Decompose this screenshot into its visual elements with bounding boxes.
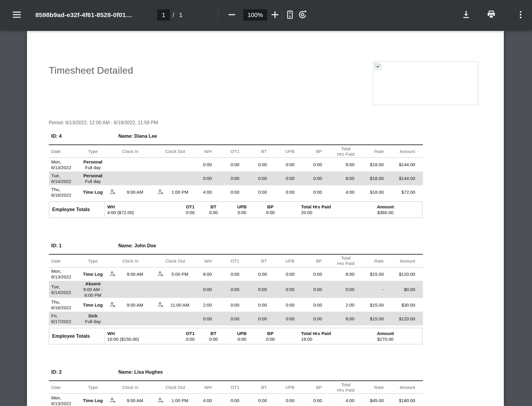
totals-amount-label: Amount — [359, 331, 411, 336]
column-header-label: Rate — [374, 258, 384, 263]
column-header-label: Type — [88, 258, 98, 263]
column-header-label: BP — [316, 258, 322, 263]
cell-clock-out — [154, 172, 196, 185]
zoom-level: 100% — [243, 9, 267, 21]
table-row: Thu, 6/16/2022Time Log9:00 AM1:00 PM4:00… — [49, 185, 423, 199]
cell-ot1: 0:00 — [224, 185, 251, 199]
cell-amount: $144.00 — [392, 172, 423, 185]
cell-bp: 0:00 — [306, 185, 334, 199]
table-row: Tue, 6/14/2022Absent9:00 AM - 6:00 PM0:0… — [49, 281, 423, 298]
cell-ot1: 0:00 — [224, 267, 251, 281]
clock-out-entry: 11:00 AM — [154, 302, 196, 308]
pdf-viewer: 8598b9ad-e32f-4f61-8528-0f01… / 1 100% — [0, 0, 532, 406]
column-header-label: Date — [51, 149, 61, 154]
page-number-input[interactable] — [157, 9, 170, 21]
totals-bp-value: 0:00 — [256, 210, 285, 215]
zoom-out-button[interactable] — [225, 8, 238, 22]
cell-ot1: 0:00 — [224, 158, 251, 172]
cell-thp: 4:00 — [334, 185, 363, 199]
cell-clock-in: 9:00 AM — [106, 298, 154, 312]
column-header-type: Type — [79, 254, 106, 267]
cell-rate: $15.00 — [363, 298, 392, 312]
cell-type: Time Log — [79, 267, 106, 281]
totals-label: Employee Totals — [49, 202, 105, 218]
totals-bt: BT0:00 — [199, 204, 228, 215]
more-options-button[interactable] — [514, 8, 527, 22]
column-header-label: BP — [316, 149, 322, 154]
totals-amount-value: $270.00 — [359, 336, 411, 342]
cell-rate: $18.00 — [363, 185, 392, 199]
header-row: DateTypeClock InClock OutWHOT1BTUPBBPTot… — [49, 381, 423, 394]
cell-bt: 0:00 — [251, 312, 279, 325]
column-header-label: OT1 — [231, 385, 239, 390]
menu-button[interactable] — [10, 8, 23, 22]
type-label: Personal — [79, 173, 106, 178]
cell-thp: 8:00 — [334, 312, 363, 325]
column-header-label: BT — [261, 385, 267, 390]
totals-label-text: Employee Totals — [52, 207, 90, 212]
cell-date: Thu, 6/16/2022 — [49, 298, 79, 312]
print-button[interactable] — [485, 8, 498, 22]
cell-upb: 0:00 — [279, 298, 306, 312]
table-row: Mon, 6/13/2022Time Log9:00 AM1:00 PM4:00… — [49, 394, 423, 406]
totals-bp-label: BP — [256, 331, 285, 336]
type-label: Time Log — [79, 398, 106, 403]
employee-name: Name: Lisa Hughes — [118, 369, 163, 375]
fit-page-button[interactable] — [283, 8, 297, 22]
cell-thp: 8:00 — [334, 267, 363, 281]
cell-date: Mon, 6/13/2022 — [49, 158, 79, 172]
totals-ot1: OT10:00 — [181, 331, 199, 342]
cell-amount: $180.00 — [392, 394, 423, 406]
cell-bt: 0:00 — [251, 298, 279, 312]
totals-wh-label: WH — [107, 331, 181, 336]
clock-in-entry: 9:00 AM — [106, 302, 154, 308]
column-header-bp: BP — [306, 145, 334, 158]
column-header-label: Date — [51, 385, 61, 390]
person-star-icon — [109, 189, 116, 195]
totals-upb-value: 0:00 — [228, 210, 256, 215]
cell-bt: 0:00 — [251, 281, 279, 298]
cell-amount: $0.00 — [392, 281, 423, 298]
page-separator: / — [173, 12, 174, 19]
cell-ot1: 0:00 — [224, 172, 251, 185]
rotate-button[interactable] — [296, 8, 309, 22]
cell-clock-in: 9:00 AM — [106, 267, 154, 281]
totals-label-text: Employee Totals — [52, 334, 90, 339]
type-label: Personal — [79, 159, 106, 165]
totals-wh: WH4:00 ($72.00) — [105, 204, 181, 215]
cell-type: Absent9:00 AM - 6:00 PM — [79, 281, 106, 298]
cell-amount: $30.00 — [392, 298, 423, 312]
timesheet-table: DateTypeClock InClock OutWHOT1BTUPBBPTot… — [49, 380, 423, 406]
cell-ot1: 0:00 — [224, 298, 251, 312]
person-star-icon — [157, 271, 164, 277]
totals-upb: UPB0:00 — [228, 331, 256, 342]
column-header-label: Clock In — [122, 385, 138, 390]
employee-totals: Employee TotalsWH10:00 ($150.00)OT10:00B… — [49, 328, 422, 344]
pdf-page: Timesheet Detailed Period: 6/13/2022, 12… — [27, 31, 504, 406]
totals-wh-value: 4:00 ($72.00) — [107, 210, 181, 215]
cell-thp: 2:00 — [334, 298, 363, 312]
column-header-label: Clock Out — [165, 258, 185, 263]
column-header-label: UPB — [285, 258, 294, 263]
totals-bp: BP0:00 — [256, 204, 285, 215]
column-header-label: BT — [261, 149, 267, 154]
employee-id: ID: 1 — [51, 243, 62, 249]
totals-bt-label: BT — [199, 204, 228, 210]
download-icon — [461, 10, 471, 21]
cell-rate: $15.00 — [363, 267, 392, 281]
print-icon — [486, 10, 496, 21]
column-header-label: BP — [316, 385, 322, 390]
zoom-in-button[interactable] — [268, 8, 282, 22]
cell-date: Thu, 6/16/2022 — [49, 185, 79, 199]
totals-thp-label: Total Hrs Paid — [301, 204, 359, 210]
cell-clock-out: 1:00 PM — [154, 185, 196, 199]
totals-upb-label: UPB — [228, 204, 256, 210]
totals-thp: Total Hrs Paid20:00 — [285, 204, 359, 215]
cell-bt: 0:00 — [251, 172, 279, 185]
column-header-bp: BP — [306, 254, 334, 267]
column-header-label: UPB — [285, 149, 294, 154]
column-header-clock-in: Clock In — [106, 254, 154, 267]
download-button[interactable] — [460, 8, 473, 22]
column-header-ot1: OT1 — [224, 145, 251, 158]
column-header-upb: UPB — [279, 145, 306, 158]
